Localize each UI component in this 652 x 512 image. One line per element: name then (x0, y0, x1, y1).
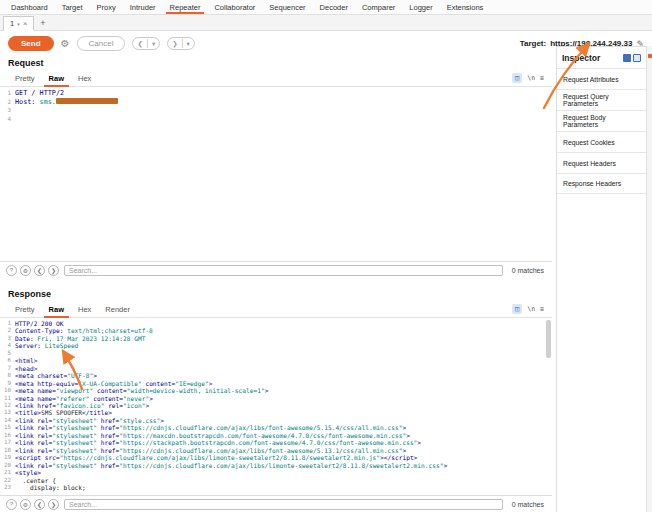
code-segment: content= (142, 380, 176, 387)
response-tab-raw[interactable]: Raw (42, 302, 71, 317)
inspector-section-request-attributes[interactable]: Request Attributes (557, 68, 646, 89)
line-content: <script src="https://cdnjs.cloudflare.co… (15, 454, 417, 461)
wrap-lines-icon[interactable]: ≡ (540, 74, 544, 82)
line-number: 4 (0, 342, 15, 349)
inspector-expand-icon[interactable] (633, 54, 641, 62)
inspector-header: Inspector (557, 47, 646, 68)
menu-item-target[interactable]: Target (55, 0, 90, 14)
newline-icon[interactable]: \n (527, 74, 535, 82)
code-segment: </title> (82, 409, 112, 416)
line-number: 8 (0, 372, 15, 379)
inspector-section-request-query-parameters[interactable]: Request Query Parameters (557, 89, 646, 110)
split-view-icon[interactable]: ◫ (512, 304, 522, 314)
line-content: display: block; (15, 484, 86, 491)
code-segment: href= (97, 424, 119, 431)
match-count: 0 matches (512, 267, 544, 274)
help-icon[interactable]: ? (6, 499, 17, 510)
menu-item-decoder[interactable]: Decoder (313, 0, 355, 14)
line-content: <meta charset="UTF-8"> (15, 372, 97, 379)
code-line: 11<meta name="referer" content="never"> (0, 395, 552, 402)
add-tab-button[interactable]: + (34, 18, 51, 28)
menu-item-collaborator[interactable]: Collaborator (207, 0, 262, 14)
menu-item-logger[interactable]: Logger (402, 0, 439, 14)
line-number: 11 (0, 395, 15, 402)
response-tab-render[interactable]: Render (98, 302, 137, 317)
menu-item-repeater[interactable]: Repeater (163, 0, 208, 14)
code-segment: <link rel= (15, 424, 52, 431)
inspector-dock-icon[interactable] (623, 54, 631, 62)
request-title: Request (8, 58, 44, 68)
code-line: 17<link rel="stylesheet" href="https://s… (0, 439, 552, 446)
next-match-icon[interactable]: ❯ (48, 499, 59, 510)
request-tab-raw[interactable]: Raw (42, 71, 71, 86)
next-match-icon[interactable]: ❯ (48, 265, 59, 276)
split-view-icon[interactable]: ◫ (512, 73, 522, 83)
menu-item-proxy[interactable]: Proxy (90, 0, 123, 14)
wrap-lines-icon[interactable]: ≡ (540, 305, 544, 313)
newline-icon[interactable]: \n (527, 305, 535, 313)
code-segment: <link rel= (15, 417, 52, 424)
inspector-section-request-body-parameters[interactable]: Request Body Parameters (557, 110, 646, 131)
search-input[interactable] (64, 265, 503, 276)
request-tab-hex[interactable]: Hex (71, 71, 98, 86)
prev-match-icon[interactable]: ❮ (34, 265, 45, 276)
chevron-down-icon: ▾ (148, 40, 159, 48)
line-content: <html> (15, 357, 37, 364)
history-forward-button[interactable]: ❯ ▾ (167, 37, 195, 50)
search-settings-icon[interactable]: ⚙ (20, 265, 31, 276)
menu-item-dashboard[interactable]: Dashboard (4, 0, 55, 14)
code-segment: Date: (15, 335, 34, 342)
response-editor[interactable]: 1HTTP/2 200 OK2Content-Type: text/html;c… (0, 318, 552, 495)
request-tab-pretty[interactable]: Pretty (8, 71, 42, 86)
line-content: <link rel="stylesheet" href="https://cdn… (15, 424, 406, 431)
code-segment: > (402, 447, 406, 454)
search-input[interactable] (64, 499, 503, 510)
line-content: <link href="favicon.ico" rel="icon"> (15, 402, 149, 409)
request-view-tabs: PrettyRawHex ◫ \n ≡ (0, 70, 552, 87)
repeater-session-tab[interactable]: 1 ▾ × (3, 16, 34, 31)
cancel-button[interactable]: Cancel (77, 36, 126, 51)
menu-item-extensions[interactable]: Extensions (440, 0, 491, 14)
inspector-section-response-headers[interactable]: Response Headers (557, 173, 646, 194)
code-segment: > (160, 417, 164, 424)
code-segment: > (265, 387, 269, 394)
send-button[interactable]: Send (8, 36, 54, 51)
menu-item-comparer[interactable]: Comparer (355, 0, 402, 14)
response-editor-icons: ◫ \n ≡ (512, 304, 544, 317)
code-line: 2Content-Type: text/html;charset=utf-8 (0, 327, 552, 334)
collapsed-panel-strip[interactable] (646, 46, 652, 512)
response-search-bar: ? ⚙ ❮ ❯ 0 matches (0, 495, 552, 512)
code-segment: Content-Type: (15, 327, 63, 334)
line-content: <link rel="stylesheet" href="https://cdn… (15, 447, 406, 454)
line-content: HTTP/2 200 OK (15, 320, 63, 327)
inspector-section-request-headers[interactable]: Request Headers (557, 152, 646, 173)
code-segment: "never" (123, 395, 149, 402)
line-content: GET / HTTP/2 (15, 89, 64, 98)
line-number: 2 (0, 327, 15, 334)
code-segment: sms. (35, 98, 55, 106)
code-segment: "https://cdnjs.cloudflare.com/ajax/libs/… (119, 462, 443, 469)
response-tab-hex[interactable]: Hex (71, 302, 98, 317)
code-segment: > (406, 432, 410, 439)
line-number: 15 (0, 424, 15, 431)
close-icon[interactable]: × (23, 19, 28, 28)
response-tab-pretty[interactable]: Pretty (8, 302, 42, 317)
prev-match-icon[interactable]: ❮ (34, 499, 45, 510)
request-editor[interactable]: 1GET / HTTP/22Host: sms.34 (0, 87, 552, 261)
search-settings-icon[interactable]: ⚙ (20, 499, 31, 510)
menu-item-sequencer[interactable]: Sequencer (262, 0, 312, 14)
help-icon[interactable]: ? (6, 265, 17, 276)
line-number: 9 (0, 380, 15, 387)
line-number: 19 (0, 454, 15, 461)
panel-splitter[interactable] (0, 278, 552, 288)
code-segment: "UTF-8" (67, 372, 93, 379)
code-segment: "stylesheet" (52, 462, 97, 469)
response-scrollbar[interactable] (546, 320, 551, 358)
history-back-button[interactable]: ❮ ▾ (132, 37, 160, 50)
target-label: Target: (520, 39, 547, 48)
gear-icon[interactable]: ⚙ (61, 38, 70, 49)
inspector-section-request-cookies[interactable]: Request Cookies (557, 131, 646, 152)
code-segment: href= (97, 417, 119, 424)
code-line: 10<meta name="viewport" content="width=d… (0, 387, 552, 394)
menu-item-intruder[interactable]: Intruder (123, 0, 163, 14)
